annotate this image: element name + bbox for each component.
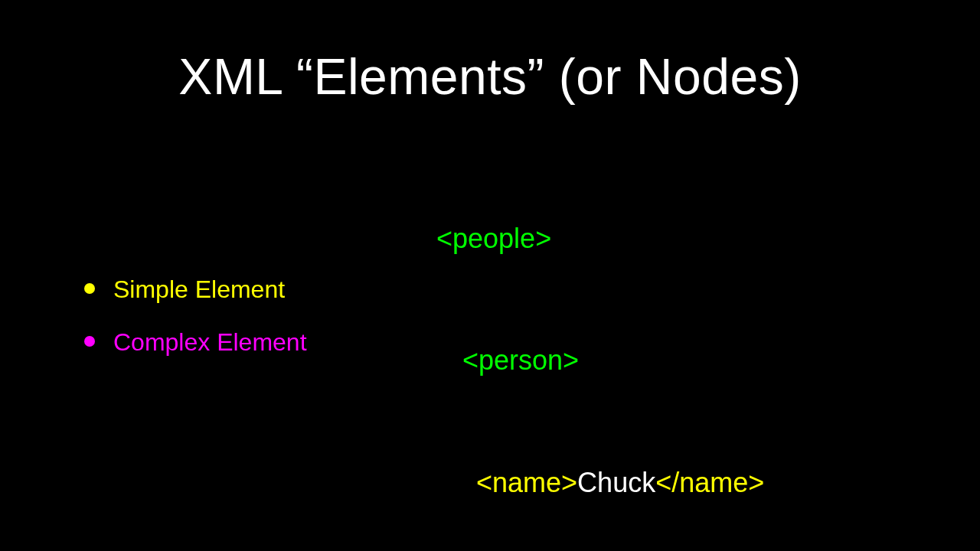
bullet-label: Simple Element — [113, 276, 285, 304]
code-line: <person> — [436, 340, 816, 380]
bullet-complex-element: Complex Element — [84, 328, 307, 357]
tag-open: <name> — [476, 467, 577, 498]
slide: XML “Elements” (or Nodes) Simple Element… — [0, 0, 980, 551]
tag-value: Chuck — [577, 467, 655, 498]
bullet-dot-icon — [84, 336, 95, 347]
tag-close: </name> — [655, 467, 764, 498]
bullet-label: Complex Element — [113, 328, 307, 357]
bullet-simple-element: Simple Element — [84, 276, 307, 304]
code-line: <name>Chuck</name> — [436, 462, 816, 503]
xml-code-block: <people> <person> <name>Chuck</name> <ph… — [436, 136, 816, 551]
slide-title: XML “Elements” (or Nodes) — [0, 47, 980, 106]
bullet-dot-icon — [84, 283, 95, 294]
bullet-list: Simple Element Complex Element — [84, 276, 307, 381]
code-line: <people> — [436, 218, 816, 259]
